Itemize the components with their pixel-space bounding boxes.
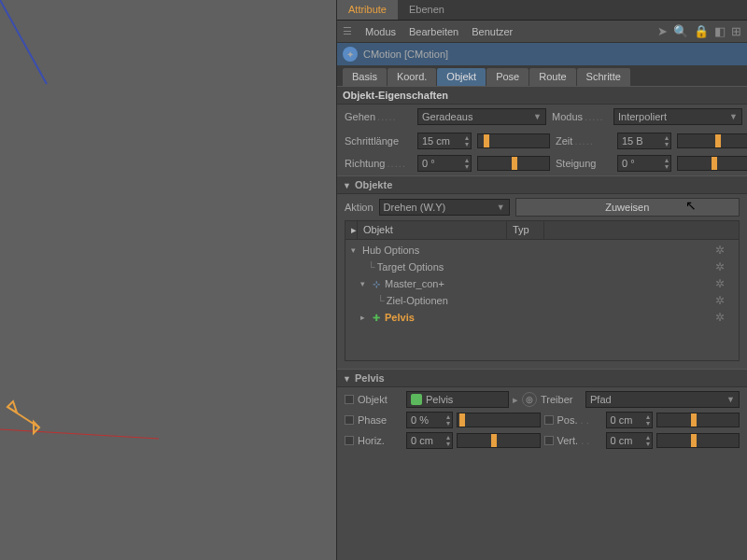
link-pelvis[interactable]: Pelvis: [406, 391, 509, 408]
object-tree[interactable]: ▾Hub Options✲ └Target Options✲ ▾⊹Master_…: [345, 240, 740, 361]
label-treiber: Treiber: [541, 394, 582, 405]
null-icon: ⊹: [370, 279, 383, 289]
tree-row-master[interactable]: ▾⊹Master_con+✲: [345, 275, 739, 292]
target-picker[interactable]: ◎: [522, 392, 537, 407]
label-horiz: Horiz.: [358, 435, 402, 446]
input-richtung[interactable]: 0 °▴▾: [417, 155, 472, 172]
menu-bearbeiten[interactable]: Bearbeiten: [409, 26, 458, 37]
attribute-panel: Attribute Ebenen ☰ Modus Bearbeiten Benu…: [336, 0, 747, 560]
slider-vert[interactable]: [656, 433, 740, 448]
tab-basis[interactable]: Basis: [343, 68, 387, 86]
input-schrittlaenge[interactable]: 15 cm▴▾: [417, 133, 472, 149]
label-aktion: Aktion: [345, 202, 374, 213]
label-schrittlaenge: Schrittlänge: [345, 135, 412, 147]
tree-row-pelvis[interactable]: ▸✚Pelvis✲: [345, 309, 739, 326]
tab-ebenen[interactable]: Ebenen: [398, 0, 456, 20]
label-vert: Vert.: [557, 435, 602, 446]
input-phase[interactable]: 0 %▴▾: [406, 412, 453, 428]
input-pos[interactable]: 0 cm▴▾: [606, 412, 653, 428]
chk-horiz[interactable]: [345, 436, 354, 445]
button-zuweisen[interactable]: Zuweisen: [515, 198, 740, 217]
object-title: CMotion [CMotion]: [363, 49, 448, 60]
section-pelvis[interactable]: ▼Pelvis: [337, 369, 747, 387]
slider-horiz[interactable]: [457, 433, 541, 448]
chk-pos[interactable]: [544, 415, 554, 425]
tree-row-target[interactable]: └Target Options✲: [345, 259, 739, 275]
grid-icon[interactable]: ⊞: [731, 24, 741, 38]
lock-icon[interactable]: 🔒: [694, 24, 709, 38]
search-icon[interactable]: 🔍: [673, 24, 688, 38]
toolbar-hamburger-icon[interactable]: ☰: [343, 25, 352, 37]
svg-line-1: [0, 429, 159, 439]
label-phase: Phase: [358, 414, 402, 426]
input-vert[interactable]: 0 cm▴▾: [606, 432, 653, 449]
tree-row-ziel[interactable]: └Ziel-Optionen✲: [345, 292, 739, 309]
tab-schritte[interactable]: Schritte: [577, 68, 630, 86]
bone-icon: ✚: [370, 313, 383, 323]
slider-zeit[interactable]: [677, 133, 747, 148]
label-gehen: Gehen: [345, 111, 412, 122]
tab-objekt[interactable]: Objekt: [437, 68, 486, 86]
viewport-3d[interactable]: [0, 0, 336, 560]
dropdown-gehen[interactable]: Geradeaus▼: [417, 108, 546, 125]
input-zeit[interactable]: 15 B▴▾: [617, 133, 671, 149]
label-zeit: Zeit: [556, 135, 612, 147]
tree-header: ▸ Objekt Typ: [345, 220, 740, 240]
col-typ: Typ: [507, 221, 544, 239]
tab-attribute[interactable]: Attribute: [337, 0, 398, 20]
nav-arrow-icon[interactable]: ➤: [657, 24, 668, 38]
slider-steigung[interactable]: [677, 156, 747, 171]
label-pos: Pos.: [557, 414, 602, 426]
label-modus: Modus: [552, 111, 608, 122]
bone-chip-icon: [411, 394, 422, 405]
col-objekt: Objekt: [358, 221, 507, 239]
cmotion-icon: ✦: [343, 47, 358, 62]
slider-schrittlaenge[interactable]: [477, 133, 550, 148]
menu-modus[interactable]: Modus: [365, 26, 396, 37]
slider-richtung[interactable]: [477, 156, 550, 171]
chk-objekt[interactable]: [345, 395, 354, 404]
dropdown-modus[interactable]: Interpoliert▼: [613, 108, 742, 125]
menu-benutzer[interactable]: Benutzer: [472, 26, 513, 37]
svg-line-0: [0, 0, 47, 84]
slider-phase[interactable]: [457, 413, 541, 427]
tab-route[interactable]: Route: [529, 68, 575, 86]
chk-phase[interactable]: [345, 415, 354, 425]
input-horiz[interactable]: 0 cm▴▾: [406, 432, 453, 449]
slider-pos[interactable]: [656, 413, 740, 427]
section-object-properties: Objekt-Eigenschaften: [337, 86, 747, 105]
new-icon[interactable]: ◧: [714, 24, 726, 38]
dropdown-aktion[interactable]: Drehen (W.Y)▼: [379, 199, 510, 216]
label-steigung: Steigung: [556, 158, 612, 169]
dropdown-treiber[interactable]: Pfad▼: [585, 391, 740, 408]
tree-row-hub[interactable]: ▾Hub Options✲: [345, 242, 739, 259]
tab-pose[interactable]: Pose: [486, 68, 529, 86]
section-objekte[interactable]: ▼Objekte: [337, 175, 747, 194]
tab-koord[interactable]: Koord.: [388, 68, 436, 86]
input-steigung[interactable]: 0 °▴▾: [617, 155, 671, 172]
label-objekt2: Objekt: [358, 394, 402, 405]
object-header: ✦ CMotion [CMotion]: [337, 43, 747, 65]
chk-vert[interactable]: [544, 436, 554, 445]
label-richtung: Richtung: [345, 158, 412, 169]
